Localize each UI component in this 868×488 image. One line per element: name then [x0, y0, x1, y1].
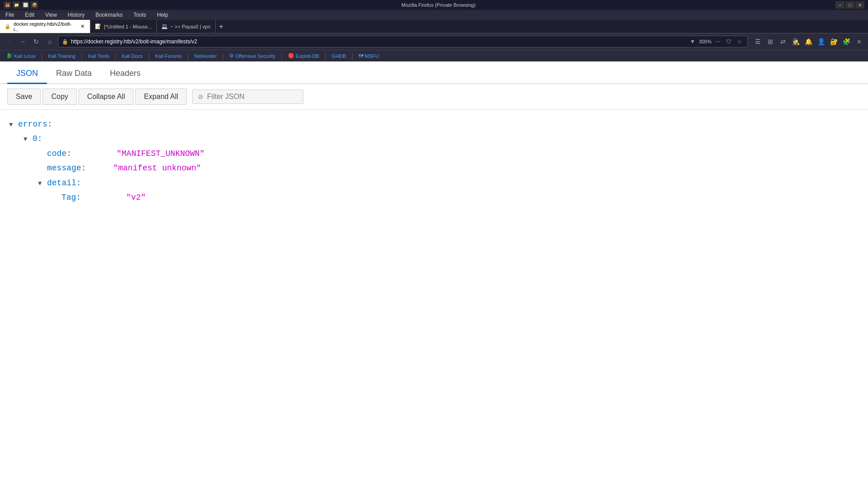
bookmark-msfu[interactable]: 🗺 MSFU [356, 52, 382, 60]
menu-bookmarks[interactable]: Bookmarks [94, 11, 124, 19]
tab-favicon3: 💻 [161, 23, 168, 29]
bookmark-kali-docs[interactable]: Kali Docs [119, 52, 145, 60]
lock-icon: 🔒 [62, 39, 68, 45]
tab-label: docker.registry.htb/v2/bolt-i... [14, 21, 76, 32]
menu-help[interactable]: Help [155, 11, 170, 19]
title-bar: 🦊 📁 ⬜ 📦 Mozilla Firefox (Private Browsin… [0, 0, 868, 10]
bookmark-offensive-security[interactable]: ⚙ Offensive Security [226, 52, 278, 60]
more-options-icon[interactable]: ⋯ [713, 38, 722, 46]
vpn-icon[interactable]: 🔐 [828, 36, 839, 47]
folder-icon: 📁 [13, 1, 20, 9]
menu-tools[interactable]: Tools [132, 11, 148, 19]
bookmark-separator-3: | [113, 52, 117, 60]
tab-close-button[interactable]: ✕ [79, 23, 85, 30]
privacy-icon[interactable]: 🕵 [790, 36, 801, 47]
bookmark-separator-9: | [350, 52, 354, 60]
detail-collapse-arrow[interactable] [38, 178, 47, 189]
zoom-level: 300% [699, 39, 712, 44]
bookmark-kali-forums[interactable]: Kali Forums [152, 52, 184, 60]
view-tabs: JSON Raw Data Headers [0, 61, 868, 84]
code-value: "MANIFEST_UNKNOWN" [117, 146, 204, 161]
tag-value: "v2" [126, 190, 146, 205]
home-button[interactable]: ⌂ [44, 36, 55, 47]
message-value: "manifest unknown" [113, 161, 201, 175]
errors-row: errors: [9, 117, 859, 131]
bookmark-ghdb[interactable]: GHDB [329, 52, 349, 60]
bookmark-separator-7: | [280, 52, 283, 60]
window-controls[interactable]: ─ □ ✕ [835, 1, 864, 9]
copy-button[interactable]: Copy [42, 89, 76, 105]
extensions-icon[interactable]: 🧩 [841, 36, 852, 47]
index-key: 0: [33, 131, 42, 146]
detail-row: detail: [9, 176, 859, 190]
back-button[interactable]: ← [4, 36, 14, 47]
filter-icon: ⊘ [198, 93, 203, 100]
filter-input[interactable] [207, 93, 297, 101]
tab-terminal[interactable]: 💻 ~ >> Payas0 | vpn [157, 20, 216, 33]
menu-edit[interactable]: Edit [23, 11, 36, 19]
tab-label2: [*Untitled 1 - Mouse... [104, 24, 152, 29]
json-toolbar: Save Copy Collapse All Expand All ⊘ [0, 84, 868, 110]
errors-collapse-arrow[interactable] [9, 119, 18, 131]
bookmark-kali-tools[interactable]: Kali Tools [85, 52, 112, 60]
notifications-icon[interactable]: 🔔 [803, 36, 814, 47]
maximize-button[interactable]: □ [845, 1, 854, 9]
profile-icon[interactable]: 👤 [816, 36, 826, 47]
code-key: code: [47, 146, 71, 161]
window-title: Mozilla Firefox (Private Browsing) [42, 2, 835, 8]
address-input[interactable]: 🔒 https://docker.registry.htb/v2/bolt-im… [58, 36, 748, 47]
index-collapse-arrow[interactable] [24, 134, 33, 145]
shield-icon[interactable]: 🛡 [724, 38, 733, 46]
index-row: 0: [9, 131, 859, 146]
tag-row: Tag: "v2" [9, 190, 859, 205]
menu-view[interactable]: View [43, 11, 59, 19]
message-row: message: "manifest unknown" [9, 161, 859, 175]
app-icon: 📦 [31, 1, 38, 9]
url-text: https://docker.registry.htb/v2/bolt-imag… [71, 38, 685, 45]
address-actions: ▼ 300% ⋯ 🛡 ☆ [688, 38, 744, 46]
expand-all-button[interactable]: Expand All [135, 89, 187, 105]
menu-button[interactable]: ≡ [854, 36, 864, 47]
title-bar-icons: 🦊 📁 ⬜ 📦 [4, 1, 38, 9]
save-button[interactable]: Save [7, 89, 41, 105]
filter-wrap: ⊘ [192, 89, 303, 104]
tab-bar: 🔒 docker.registry.htb/v2/bolt-i... ✕ 📝 [… [0, 20, 868, 33]
message-key: message: [47, 161, 86, 175]
sidebar-icon[interactable]: ☰ [752, 36, 763, 47]
address-bar: ← → ↻ ⌂ 🔒 https://docker.registry.htb/v2… [0, 33, 868, 50]
bookmark-nethunter[interactable]: NetHunter [192, 52, 220, 60]
json-content: errors: 0: code: "MANIFEST_UNKNOWN" mess… [0, 110, 868, 212]
bookmarks-bar: 🐉 Kali Linux | Kali Training | Kali Tool… [0, 50, 868, 61]
menu-history[interactable]: History [66, 11, 86, 19]
detail-key: detail: [47, 176, 81, 190]
tab-untitled[interactable]: 📝 [*Untitled 1 - Mouse... [90, 20, 157, 33]
bookmark-separator-4: | [147, 52, 151, 60]
forward-button[interactable]: → [17, 36, 28, 47]
menu-file[interactable]: File [4, 11, 16, 19]
tab-docker-registry[interactable]: 🔒 docker.registry.htb/v2/bolt-i... ✕ [0, 20, 90, 33]
new-tab-button[interactable]: + [216, 20, 227, 33]
firefox-icon: 🦊 [4, 1, 11, 9]
reload-button[interactable]: ↻ [31, 36, 42, 47]
errors-key: errors: [18, 117, 52, 131]
bookmark-kali-linux[interactable]: 🐉 Kali Linux [4, 52, 38, 60]
tab-favicon2: 📝 [95, 23, 101, 29]
bookmark-kali-training[interactable]: Kali Training [45, 52, 78, 60]
tag-key: Tag: [61, 190, 81, 205]
tab-headers[interactable]: Headers [101, 65, 150, 84]
bookmark-separator-2: | [80, 52, 84, 60]
star-icon[interactable]: ☆ [735, 38, 744, 46]
tab-raw-data[interactable]: Raw Data [47, 65, 101, 84]
dropdown-arrow[interactable]: ▼ [688, 38, 697, 46]
container-icon[interactable]: ⊞ [765, 36, 776, 47]
bookmark-exploit-db[interactable]: 🔴 Exploit-DB [285, 52, 322, 60]
collapse-all-button[interactable]: Collapse All [79, 89, 134, 105]
close-button[interactable]: ✕ [855, 1, 864, 9]
bookmark-separator-6: | [222, 52, 225, 60]
tab-json[interactable]: JSON [7, 65, 47, 84]
minimize-button[interactable]: ─ [835, 1, 844, 9]
tab-favicon: 🔒 [5, 23, 11, 29]
json-viewer: JSON Raw Data Headers Save Copy Collapse… [0, 61, 868, 468]
bookmark-separator-1: | [40, 52, 44, 60]
sync-icon[interactable]: ⇄ [778, 36, 788, 47]
